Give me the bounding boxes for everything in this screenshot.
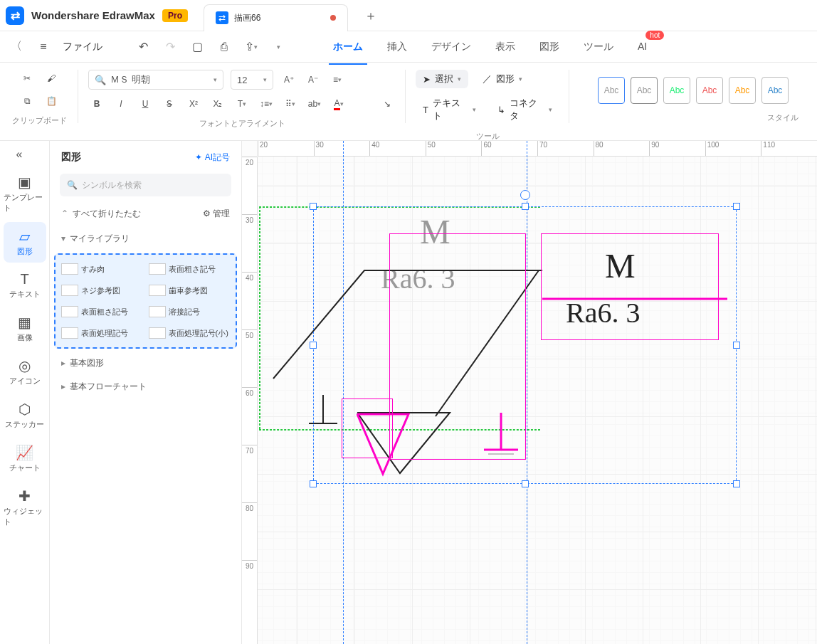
print-button[interactable]: ⎙	[216, 39, 232, 55]
resize-handle-n[interactable]	[522, 203, 529, 210]
ruler-tick: 30	[242, 214, 257, 272]
resize-handle-w[interactable]	[310, 342, 317, 349]
lib-item-3[interactable]: 歯車参考図	[147, 280, 232, 300]
lib-item-0[interactable]: すみ肉	[60, 259, 144, 279]
lib-item-7[interactable]: 表面処理記号(小)	[147, 323, 232, 343]
canvas[interactable]: 20 30 40 50 60 70 80 90 100 110 20 30 40…	[242, 141, 817, 644]
rail-image[interactable]: ▦画像	[4, 308, 46, 349]
new-tab-button[interactable]: ＋	[362, 7, 379, 24]
template-icon: ▣	[18, 174, 31, 191]
text-tool[interactable]: T テキスト ▾	[416, 94, 483, 125]
copy-button[interactable]: ⧉	[19, 93, 36, 110]
resize-handle-s[interactable]	[522, 480, 529, 487]
style-6[interactable]: Abc	[761, 77, 789, 104]
ruler-tick: 30	[314, 141, 370, 156]
lib-item-6[interactable]: 表面処理記号	[60, 323, 144, 343]
lib-thumb	[61, 306, 78, 317]
style-2[interactable]: Abc	[631, 77, 658, 104]
manage-label: 管理	[213, 208, 230, 218]
superscript-button[interactable]: X²	[185, 95, 202, 112]
decrease-font-button[interactable]: A⁻	[305, 71, 322, 88]
section-mylib[interactable]: ▾マイライブラリ	[50, 227, 241, 250]
highlight-button[interactable]: ab▾	[306, 95, 323, 112]
resize-handle-ne[interactable]	[733, 203, 740, 210]
case-button[interactable]: T▾	[233, 95, 251, 112]
lib-item-2[interactable]: ネジ参考図	[60, 280, 144, 300]
underline-button[interactable]: U	[137, 95, 154, 112]
lib-item-label: すみ肉	[81, 264, 105, 275]
select-label: 選択	[435, 73, 453, 85]
section-flow[interactable]: ▸基本フローチャート	[50, 375, 241, 398]
ruler-tick: 70	[242, 445, 257, 502]
symbol-search[interactable]: 🔍 シンボルを検索	[60, 174, 231, 196]
file-menu[interactable]: ファイル	[63, 41, 102, 53]
more-button[interactable]: ▾	[270, 39, 286, 55]
menu-tools[interactable]: ツール	[582, 38, 615, 56]
pro-badge: Pro	[162, 9, 188, 22]
section-basic[interactable]: ▸基本図形	[50, 352, 241, 375]
menu-view[interactable]: 表示	[494, 38, 517, 56]
rail-sticker[interactable]: ⬡ステッカー	[4, 395, 46, 436]
format-painter-button[interactable]: 🖌	[43, 70, 60, 87]
fold-all-button[interactable]: ⌃すべて折りたたむ	[61, 208, 141, 220]
undo-button[interactable]: ↶	[135, 39, 151, 55]
manage-button[interactable]: ⚙ 管理	[203, 208, 230, 220]
save-button[interactable]: ▢	[189, 39, 205, 55]
selection-box[interactable]	[313, 206, 737, 484]
resize-handle-nw[interactable]	[310, 203, 317, 210]
export-button[interactable]: ⇪▾	[243, 39, 259, 55]
font-select[interactable]: 🔍 ＭＳ 明朝▾	[88, 70, 223, 90]
paste-button[interactable]: 📋	[43, 93, 60, 110]
rail-shapes[interactable]: ▱図形	[4, 222, 46, 263]
style-1[interactable]: Abc	[598, 77, 625, 104]
italic-button[interactable]: I	[112, 95, 130, 112]
lib-item-4[interactable]: 表面粗さ記号	[60, 302, 144, 322]
line-spacing-button[interactable]: ↕≡▾	[258, 95, 275, 112]
back-button[interactable]: 〈	[9, 39, 24, 55]
cut-button[interactable]: ✂	[19, 70, 36, 87]
style-4[interactable]: Abc	[696, 77, 723, 104]
style-3[interactable]: Abc	[663, 77, 690, 104]
size-select[interactable]: 12▾	[231, 70, 273, 90]
select-tool[interactable]: ➤ 選択 ▾	[416, 70, 468, 88]
menu-shapes[interactable]: 図形	[538, 38, 561, 56]
hamburger-icon[interactable]: ≡	[36, 39, 51, 55]
ruler-tick: 70	[537, 141, 594, 156]
menu-design[interactable]: デザイン	[430, 38, 473, 56]
group-expand-icon[interactable]: ↘	[379, 95, 396, 112]
group-tools-label: ツール	[476, 131, 500, 142]
collapse-rail-button[interactable]: «	[16, 148, 33, 165]
resize-handle-se[interactable]	[733, 480, 740, 487]
bullet-button[interactable]: ⠿▾	[282, 95, 299, 112]
font-size: 12	[237, 75, 247, 85]
subscript-button[interactable]: X₂	[209, 95, 226, 112]
basic-label: 基本図形	[70, 358, 104, 368]
hot-badge: hot	[645, 31, 664, 40]
rail-text[interactable]: Tテキスト	[4, 265, 46, 305]
rail-template[interactable]: ▣テンプレート	[4, 168, 46, 219]
align-button[interactable]: ≡▾	[329, 71, 346, 88]
lib-item-1[interactable]: 表面粗さ記号	[147, 259, 232, 279]
ai-symbol-button[interactable]: ✦ AI記号	[195, 152, 230, 164]
lib-item-label: 表面粗さ記号	[169, 264, 216, 275]
bold-button[interactable]: B	[88, 95, 105, 112]
document-tab[interactable]: ⇄ 描画66	[204, 4, 348, 31]
rail-chart[interactable]: 📈チャート	[4, 438, 46, 479]
increase-font-button[interactable]: A⁺	[280, 71, 297, 88]
strike-button[interactable]: S̶	[161, 95, 178, 112]
rail-icon[interactable]: ◎アイコン	[4, 352, 46, 392]
connector-tool[interactable]: ↳ コネクタ ▾	[490, 94, 559, 125]
rail-text-label: テキスト	[9, 289, 41, 300]
menu-home[interactable]: ホーム	[332, 38, 364, 56]
shape-tool[interactable]: ／ 図形 ▾	[475, 70, 529, 88]
style-5[interactable]: Abc	[729, 77, 756, 104]
rotate-handle[interactable]	[520, 190, 530, 200]
resize-handle-e[interactable]	[733, 342, 740, 349]
redo-button[interactable]: ↷	[162, 39, 178, 55]
lib-item-5[interactable]: 溶接記号	[147, 302, 232, 322]
rail-widget[interactable]: ✚ウィジェット	[4, 482, 46, 533]
resize-handle-sw[interactable]	[310, 480, 317, 487]
font-color-button[interactable]: A▾	[330, 95, 347, 112]
menu-insert[interactable]: 挿入	[386, 38, 408, 56]
menu-ai[interactable]: AI hot	[636, 38, 648, 56]
